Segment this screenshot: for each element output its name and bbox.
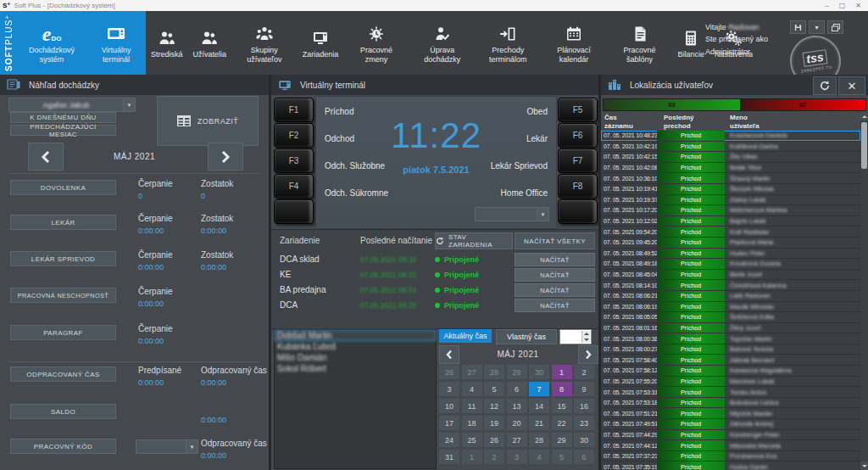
localization-row[interactable]: 07. 05. 2021 08:49:52 Príchod Hudec Pete… — [601, 249, 860, 260]
previous-month-button[interactable]: PREDCHÁDZAJÚCI MESIAC — [10, 125, 116, 136]
calendar-day[interactable]: 3 — [439, 382, 459, 396]
calendar-day[interactable]: 23 — [574, 416, 594, 430]
calendar-day[interactable]: 1 — [552, 365, 572, 379]
maximize-button[interactable]: ▢ — [839, 2, 846, 9]
tab-skupiny-uzivatelov[interactable]: Skupiny užívateľov — [231, 11, 298, 75]
calendar-day[interactable]: 20 — [507, 416, 527, 430]
localization-row[interactable]: 07. 05. 2021 08:49:18 Príchod Kováčová Z… — [601, 259, 860, 270]
function-key[interactable]: F5 — [558, 98, 598, 122]
sick-leave-button[interactable]: PRACOVNÁ NESCHOPNOSŤ — [10, 288, 116, 303]
dropdown-button[interactable]: ▼ — [809, 20, 825, 34]
calendar-day[interactable]: 28 — [529, 433, 549, 447]
calendar-day[interactable]: 18 — [462, 416, 482, 430]
calendar-day[interactable]: 14 — [529, 399, 549, 413]
localization-row[interactable]: 07. 05. 2021 08:06:19 Príchod Mazák Miro… — [601, 302, 860, 313]
function-key[interactable]: F8 — [558, 174, 598, 199]
custom-time-button[interactable]: Vlastný čas — [496, 329, 557, 344]
work-code-button[interactable]: PRACOVNÝ KÓD — [10, 439, 116, 454]
scroll-down-button[interactable] — [860, 462, 868, 470]
window-switch-button[interactable] — [827, 20, 843, 34]
calendar-day[interactable]: 27 — [507, 433, 527, 447]
calendar-next-arrow[interactable] — [578, 345, 598, 364]
tab-bilancie[interactable]: Bilancie — [672, 11, 709, 75]
localization-row[interactable]: 07. 05. 2021 10:48:23 Príchod Krasňanová… — [601, 131, 860, 142]
calendar-day[interactable]: 10 — [439, 399, 459, 413]
load-button[interactable]: NAČÍTAŤ — [515, 268, 595, 282]
calendar-day[interactable]: 30 — [574, 433, 594, 447]
localization-row[interactable]: 07. 05. 2021 07:51:21 Príchod Mlynčík Ma… — [601, 408, 860, 419]
localization-row[interactable]: 07. 05. 2021 08:45:04 Príchod Bielik Joz… — [601, 270, 860, 281]
calendar-day[interactable]: 9 — [574, 382, 594, 396]
vertical-scrollbar[interactable] — [860, 112, 868, 470]
next-month-arrow[interactable] — [208, 143, 243, 171]
tab-pracovne-zmeny[interactable]: Pracovné zmeny — [343, 11, 409, 75]
calendar-day[interactable]: 25 — [462, 433, 482, 447]
localization-row[interactable]: 07. 05. 2021 08:06:21 Príchod Lalík Rado… — [601, 291, 860, 302]
calendar-day[interactable]: 5 — [484, 382, 504, 396]
scrollbar-thumb[interactable] — [861, 122, 867, 169]
calendar-day[interactable]: 2 — [484, 450, 504, 464]
calendar-day[interactable]: 2 — [574, 365, 594, 379]
calendar-day[interactable]: 3 — [507, 450, 527, 464]
close-panel-button[interactable]: ✕ — [838, 76, 865, 95]
function-key[interactable] — [558, 199, 598, 224]
device-status-button[interactable]: STAV ZARIADENIA — [435, 232, 513, 249]
calendar-day[interactable]: 17 — [439, 416, 459, 430]
function-key[interactable] — [274, 199, 314, 224]
localization-row[interactable]: 07. 05. 2021 10:42:15 Príchod Žito Vilia… — [601, 152, 860, 163]
localization-row[interactable]: 07. 05. 2021 07:58:12 Príchod Kanasová M… — [601, 366, 860, 377]
user-list-item[interactable]: Mišo Damián — [275, 352, 436, 363]
localization-row[interactable]: 07. 05. 2021 10:12:02 Príchod Bajzík Luk… — [601, 216, 860, 227]
spin-up-icon[interactable] — [584, 333, 589, 335]
tab-uzivatelia[interactable]: Užívatelia — [188, 11, 232, 75]
calendar-day[interactable]: 21 — [529, 416, 549, 430]
scroll-up-button[interactable] — [860, 112, 868, 120]
close-button[interactable]: ✕ — [855, 2, 861, 9]
tab-uprava-dochadzky[interactable]: Úprava dochádzky — [409, 11, 476, 75]
calendar-day[interactable]: 5 — [552, 450, 572, 464]
load-button[interactable]: NAČÍTAŤ — [515, 283, 595, 297]
tab-prechody-terminalom[interactable]: Prechody terminálom — [476, 11, 542, 75]
load-button[interactable]: NAČÍTAŤ — [515, 253, 595, 266]
load-all-button[interactable]: NAČÍTAŤ VŠETKY — [515, 232, 595, 249]
localization-row[interactable]: 07. 05. 2021 08:14:10 Príchod Čerešňová … — [601, 280, 860, 291]
localization-row[interactable]: 07. 05. 2021 10:42:08 Príchod Belák Tibo… — [601, 163, 860, 174]
localization-row[interactable]: 07. 05. 2021 07:37:23 Príchod Porubanová… — [601, 451, 860, 462]
time-spinner-input[interactable] — [559, 329, 592, 344]
tab-dochadzkovy-system[interactable]: eDO Dochádzkový systém — [17, 11, 86, 75]
paragraph-button[interactable]: PARAGRAF — [10, 325, 116, 340]
user-list-item[interactable]: Sokol Róbert — [275, 363, 436, 374]
function-key[interactable]: F6 — [558, 123, 598, 148]
calendar-day[interactable]: 6 — [507, 382, 527, 396]
calendar-day[interactable]: 29 — [507, 365, 527, 379]
localization-row[interactable]: 07. 05. 2021 10:19:41 Príchod Škorpík Ni… — [601, 184, 860, 195]
tab-pracovne-sablony[interactable]: Pracovné šablóny — [607, 11, 673, 75]
calendar-day[interactable]: 11 — [462, 399, 482, 413]
minimize-button[interactable]: – — [825, 2, 828, 9]
vacation-button[interactable]: DOVOLENKA — [10, 180, 116, 195]
localization-row[interactable]: 07. 05. 2021 08:00:27 Príchod Bačová Ter… — [601, 344, 860, 355]
calendar-day[interactable]: 22 — [552, 416, 572, 430]
load-button[interactable]: NAČÍTAŤ — [515, 299, 595, 312]
tab-strediska[interactable]: Strediská — [146, 11, 188, 75]
calendar-day[interactable]: 16 — [574, 399, 594, 413]
calendar-day[interactable]: 24 — [439, 433, 459, 447]
save-button[interactable] — [790, 20, 806, 34]
calendar-day[interactable]: 27 — [462, 365, 482, 379]
localization-row[interactable]: 07. 05. 2021 10:42:19 Príchod Kolíšková … — [601, 142, 860, 153]
doctor-button[interactable]: LEKÁR — [10, 215, 116, 230]
localization-row[interactable]: 07. 05. 2021 08:00:38 Príchod Topoľan Ma… — [601, 333, 860, 344]
user-list-item[interactable]: Dobšaš Martin — [275, 330, 436, 341]
localization-row[interactable]: 07. 05. 2021 10:17:20 Príchod Melicherov… — [601, 205, 860, 216]
calendar-day[interactable]: 8 — [552, 382, 572, 396]
calendar-day[interactable]: 31 — [439, 450, 459, 464]
calendar-day[interactable]: 26 — [484, 433, 504, 447]
calendar-day[interactable]: 26 — [439, 365, 459, 379]
function-key[interactable]: F3 — [274, 148, 314, 173]
localization-row[interactable]: 07. 05. 2021 07:44:29 Príchod Künzberger… — [601, 430, 860, 441]
worked-time-button[interactable]: ODPRACOVANÝ ČAS — [10, 366, 116, 382]
localization-row[interactable]: 07. 05. 2021 08:05:05 Príchod Šefčíková … — [601, 312, 860, 323]
current-time-button[interactable]: Aktuálny čas — [439, 329, 492, 343]
localization-row[interactable]: 07. 05. 2021 07:55:20 Príchod Marcinek L… — [601, 377, 860, 388]
calendar-day[interactable]: 1 — [462, 450, 482, 464]
